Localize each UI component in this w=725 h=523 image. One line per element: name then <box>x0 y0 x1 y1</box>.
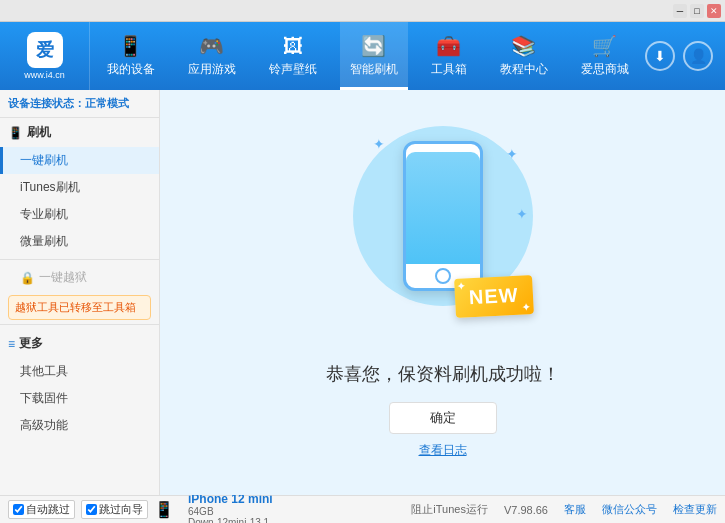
maximize-button[interactable]: □ <box>690 4 704 18</box>
auto-skip-label: 自动跳过 <box>26 502 70 517</box>
device-info: iPhone 12 mini 64GB Down-12mini-13,1 <box>188 492 273 524</box>
nav-item-mall[interactable]: 🛒 爱思商城 <box>571 22 639 90</box>
close-button[interactable]: ✕ <box>707 4 721 18</box>
itunes-status: 阻止iTunes运行 <box>411 502 488 517</box>
bottom-bar: 自动跳过 跳过向导 📱 iPhone 12 mini 64GB Down-12m… <box>0 495 725 523</box>
nav-item-apps[interactable]: 🎮 应用游戏 <box>178 22 246 90</box>
device-section: 自动跳过 跳过向导 📱 iPhone 12 mini 64GB Down-12m… <box>8 492 273 524</box>
mall-icon: 🛒 <box>592 34 617 58</box>
nav-item-my-device[interactable]: 📱 我的设备 <box>97 22 165 90</box>
section-header-more: ≡ 更多 <box>0 329 159 358</box>
smart-flash-icon: 🔄 <box>361 34 386 58</box>
confirm-button[interactable]: 确定 <box>389 402 497 434</box>
status-right: 阻止iTunes运行 V7.98.66 客服 微信公众号 检查更新 <box>411 502 717 517</box>
flash-header-icon: 📱 <box>8 126 23 140</box>
nav-items: 📱 我的设备 🎮 应用游戏 🖼 铃声壁纸 🔄 智能刷机 🧰 工具箱 📚 教程中心… <box>90 22 645 90</box>
device-model: Down-12mini-13,1 <box>188 517 273 524</box>
tutorial-icon: 📚 <box>511 34 536 58</box>
device-storage: 64GB <box>188 506 273 517</box>
main-content: 设备连接状态：正常模式 📱 刷机 一键刷机 iTunes刷机 专业刷机 微量刷机… <box>0 90 725 495</box>
content-area: ✦ ✦ ✦ NEW 恭喜您，保资料刷机成功啦！ 确定 查看日志 <box>160 90 725 495</box>
nav-item-smart-flash[interactable]: 🔄 智能刷机 <box>340 22 408 90</box>
phone-illustration: ✦ ✦ ✦ NEW <box>343 126 543 346</box>
sidebar-item-micro-flash[interactable]: 微量刷机 <box>0 228 159 255</box>
nav-item-tools[interactable]: 🧰 工具箱 <box>421 22 477 90</box>
section-header-flash: 📱 刷机 <box>0 118 159 147</box>
sidebar-item-download-firmware[interactable]: 下载固件 <box>0 385 159 412</box>
logo-text: www.i4.cn <box>24 70 65 80</box>
tools-icon: 🧰 <box>436 34 461 58</box>
phone-home-button <box>435 268 451 284</box>
new-badge: NEW <box>454 275 534 318</box>
auto-skip-input[interactable] <box>13 504 24 515</box>
auto-skip-checkbox[interactable]: 自动跳过 <box>8 500 75 519</box>
support-link[interactable]: 客服 <box>564 502 586 517</box>
divider-2 <box>0 324 159 325</box>
sparkle-1: ✦ <box>373 136 385 152</box>
device-icon: 📱 <box>118 34 143 58</box>
version-label: V7.98.66 <box>504 504 548 516</box>
sparkle-2: ✦ <box>506 146 518 162</box>
download-icon[interactable]: ⬇ <box>645 41 675 71</box>
nav-label-smart-flash: 智能刷机 <box>350 61 398 78</box>
sidebar: 设备连接状态：正常模式 📱 刷机 一键刷机 iTunes刷机 专业刷机 微量刷机… <box>0 90 160 495</box>
connection-status: 设备连接状态：正常模式 <box>0 90 159 118</box>
lock-icon: 🔒 <box>20 271 35 285</box>
logo-icon: 爱 <box>27 32 63 68</box>
skip-wizard-label: 跳过向导 <box>99 502 143 517</box>
sidebar-item-jailbreak: 🔒 一键越狱 <box>0 264 159 291</box>
nav-label-apps: 应用游戏 <box>188 61 236 78</box>
more-header-icon: ≡ <box>8 337 15 351</box>
nav-item-tutorial[interactable]: 📚 教程中心 <box>490 22 558 90</box>
nav-item-wallpaper[interactable]: 🖼 铃声壁纸 <box>259 22 327 90</box>
sidebar-item-itunes-flash[interactable]: iTunes刷机 <box>0 174 159 201</box>
wechat-link[interactable]: 微信公众号 <box>602 502 657 517</box>
apps-icon: 🎮 <box>199 34 224 58</box>
retry-link[interactable]: 查看日志 <box>419 442 467 459</box>
skip-wizard-input[interactable] <box>86 504 97 515</box>
minimize-button[interactable]: ─ <box>673 4 687 18</box>
nav-label-my-device: 我的设备 <box>107 61 155 78</box>
jailbreak-notice: 越狱工具已转移至工具箱 <box>8 295 151 320</box>
phone-screen <box>406 152 480 264</box>
success-message: 恭喜您，保资料刷机成功啦！ <box>326 362 560 386</box>
sidebar-item-advanced[interactable]: 高级功能 <box>0 412 159 439</box>
skip-wizard-checkbox[interactable]: 跳过向导 <box>81 500 148 519</box>
sidebar-item-pro-flash[interactable]: 专业刷机 <box>0 201 159 228</box>
divider-1 <box>0 259 159 260</box>
nav-label-tools: 工具箱 <box>431 61 467 78</box>
nav-label-tutorial: 教程中心 <box>500 61 548 78</box>
nav-right: ⬇ 👤 <box>645 41 725 71</box>
nav-label-wallpaper: 铃声壁纸 <box>269 61 317 78</box>
sidebar-item-other-tools[interactable]: 其他工具 <box>0 358 159 385</box>
sparkle-3: ✦ <box>516 206 528 222</box>
top-nav: 爱 www.i4.cn 📱 我的设备 🎮 应用游戏 🖼 铃声壁纸 🔄 智能刷机 … <box>0 22 725 90</box>
nav-label-mall: 爱思商城 <box>581 61 629 78</box>
logo[interactable]: 爱 www.i4.cn <box>0 22 90 90</box>
title-bar: ─ □ ✕ <box>0 0 725 22</box>
phone-small-icon: 📱 <box>154 500 174 519</box>
update-link[interactable]: 检查更新 <box>673 502 717 517</box>
user-icon[interactable]: 👤 <box>683 41 713 71</box>
sidebar-item-one-click-flash[interactable]: 一键刷机 <box>0 147 159 174</box>
wallpaper-icon: 🖼 <box>283 35 303 58</box>
phone-shape <box>403 141 483 291</box>
